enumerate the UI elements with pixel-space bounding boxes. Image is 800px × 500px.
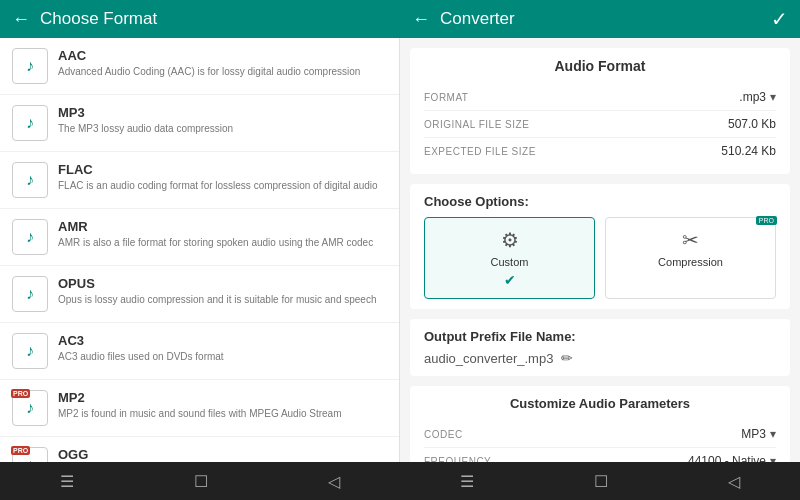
info-label: EXPECTED FILE SIZE xyxy=(424,146,536,157)
format-icon-wrap: PRO ♪ xyxy=(12,390,48,426)
format-name: MP2 xyxy=(58,390,387,405)
custom-option-button[interactable]: ⚙ Custom ✔ xyxy=(424,217,595,299)
left-back-button[interactable]: ← xyxy=(12,9,30,30)
edit-prefix-button[interactable]: ✏ xyxy=(561,350,573,366)
format-desc: AMR is also a file format for storing sp… xyxy=(58,236,387,249)
compression-pro-badge: PRO xyxy=(756,216,777,225)
info-label: FORMAT xyxy=(424,92,468,103)
list-item[interactable]: ♪ FLAC FLAC is an audio coding format fo… xyxy=(0,152,399,209)
compression-option-button[interactable]: PRO ✂ Compression xyxy=(605,217,776,299)
format-name: AMR xyxy=(58,219,387,234)
format-name: OGG xyxy=(58,447,387,462)
back-icon-right[interactable]: ◁ xyxy=(728,472,740,491)
format-name: MP3 xyxy=(58,105,387,120)
info-value: 507.0 Kb xyxy=(728,117,776,131)
music-note-icon: ♪ xyxy=(26,171,34,189)
info-value: 510.24 Kb xyxy=(721,144,776,158)
param-row[interactable]: FREQUENCY 44100 - Native ▾ xyxy=(424,448,776,462)
custom-option-label: Custom xyxy=(491,256,529,268)
format-list: ♪ AAC Advanced Audio Coding (AAC) is for… xyxy=(0,38,400,462)
options-row: ⚙ Custom ✔ PRO ✂ Compression xyxy=(424,217,776,299)
format-desc: Opus is lossy audio compression and it i… xyxy=(58,293,387,306)
format-icon-wrap: ♪ xyxy=(12,48,48,84)
format-text: AAC Advanced Audio Coding (AAC) is for l… xyxy=(58,48,387,78)
menu-icon[interactable]: ☰ xyxy=(60,472,74,491)
format-text: OPUS Opus is lossy audio compression and… xyxy=(58,276,387,306)
list-item[interactable]: PRO ♪ OGG OGG file refers to ogg-vorbis,… xyxy=(0,437,399,462)
music-note-icon: ♪ xyxy=(26,456,34,462)
param-value: 44100 - Native ▾ xyxy=(688,454,776,462)
right-header-title: Converter xyxy=(440,9,761,29)
choose-options-label: Choose Options: xyxy=(424,194,776,209)
info-row[interactable]: FORMAT .mp3 ▾ xyxy=(424,84,776,111)
list-item[interactable]: ♪ OPUS Opus is lossy audio compression a… xyxy=(0,266,399,323)
music-note-icon: ♪ xyxy=(26,57,34,75)
format-icon-wrap: ♪ xyxy=(12,105,48,141)
format-name: OPUS xyxy=(58,276,387,291)
format-icon-wrap: ♪ xyxy=(12,333,48,369)
format-name: AC3 xyxy=(58,333,387,348)
info-label: ORIGINAL FILE SIZE xyxy=(424,119,529,130)
param-dropdown-icon: ▾ xyxy=(770,454,776,462)
format-text: AC3 AC3 audio files used on DVDs format xyxy=(58,333,387,363)
list-item[interactable]: ♪ MP3 The MP3 lossy audio data compressi… xyxy=(0,95,399,152)
home-icon[interactable]: ☐ xyxy=(194,472,208,491)
music-note-icon: ♪ xyxy=(26,228,34,246)
confirm-button[interactable]: ✓ xyxy=(771,7,788,31)
customize-audio-title: Customize Audio Parameters xyxy=(424,396,776,411)
format-desc: Advanced Audio Coding (AAC) is for lossy… xyxy=(58,65,387,78)
format-icon-wrap: ♪ xyxy=(12,162,48,198)
info-value: .mp3 ▾ xyxy=(739,90,776,104)
choose-options-card: Choose Options: ⚙ Custom ✔ PRO ✂ Compres… xyxy=(410,184,790,309)
format-text: MP2 MP2 is found in music and sound file… xyxy=(58,390,387,420)
music-note-icon: ♪ xyxy=(26,285,34,303)
format-text: MP3 The MP3 lossy audio data compression xyxy=(58,105,387,135)
custom-check-icon: ✔ xyxy=(504,272,516,288)
converter-panel: Audio Format FORMAT .mp3 ▾ ORIGINAL FILE… xyxy=(400,38,800,462)
format-icon-wrap: ♪ xyxy=(12,219,48,255)
compress-icon: ✂ xyxy=(682,228,699,252)
param-value: MP3 ▾ xyxy=(741,427,776,441)
info-row: ORIGINAL FILE SIZE 507.0 Kb xyxy=(424,111,776,138)
music-note-icon: ♪ xyxy=(26,114,34,132)
menu-icon-right[interactable]: ☰ xyxy=(460,472,474,491)
format-desc: FLAC is an audio coding format for lossl… xyxy=(58,179,387,192)
param-dropdown-icon: ▾ xyxy=(770,427,776,441)
param-label: CODEC xyxy=(424,429,463,440)
list-item[interactable]: ♪ AAC Advanced Audio Coding (AAC) is for… xyxy=(0,38,399,95)
format-desc: The MP3 lossy audio data compression xyxy=(58,122,387,135)
format-name: AAC xyxy=(58,48,387,63)
left-nav: ☰ ☐ ◁ xyxy=(0,462,400,500)
list-item[interactable]: ♪ AC3 AC3 audio files used on DVDs forma… xyxy=(0,323,399,380)
format-icon-wrap: PRO ♪ xyxy=(12,447,48,462)
left-header-title: Choose Format xyxy=(40,9,388,29)
format-desc: MP2 is found in music and sound files wi… xyxy=(58,407,387,420)
output-prefix-label: Output Prefix File Name: xyxy=(424,329,776,344)
format-icon-wrap: ♪ xyxy=(12,276,48,312)
pro-badge: PRO xyxy=(11,389,30,398)
bottom-nav: ☰ ☐ ◁ ☰ ☐ ◁ xyxy=(0,462,800,500)
format-desc: AC3 audio files used on DVDs format xyxy=(58,350,387,363)
right-back-button[interactable]: ← xyxy=(412,9,430,30)
right-header: ← Converter ✓ xyxy=(400,0,800,38)
customize-audio-card: Customize Audio Parameters CODEC MP3 ▾ F… xyxy=(410,386,790,462)
gear-icon: ⚙ xyxy=(501,228,519,252)
back-icon[interactable]: ◁ xyxy=(328,472,340,491)
format-text: AMR AMR is also a file format for storin… xyxy=(58,219,387,249)
pro-badge: PRO xyxy=(11,446,30,455)
audio-format-title: Audio Format xyxy=(424,58,776,74)
format-text: OGG OGG file refers to ogg-vorbis, a los… xyxy=(58,447,387,462)
output-prefix-card: Output Prefix File Name: audio_converter… xyxy=(410,319,790,376)
list-item[interactable]: PRO ♪ MP2 MP2 is found in music and soun… xyxy=(0,380,399,437)
right-nav: ☰ ☐ ◁ xyxy=(400,462,800,500)
format-text: FLAC FLAC is an audio coding format for … xyxy=(58,162,387,192)
info-row: EXPECTED FILE SIZE 510.24 Kb xyxy=(424,138,776,164)
audio-format-card: Audio Format FORMAT .mp3 ▾ ORIGINAL FILE… xyxy=(410,48,790,174)
left-header: ← Choose Format xyxy=(0,0,400,38)
music-note-icon: ♪ xyxy=(26,399,34,417)
home-icon-right[interactable]: ☐ xyxy=(594,472,608,491)
list-item[interactable]: ♪ AMR AMR is also a file format for stor… xyxy=(0,209,399,266)
format-name: FLAC xyxy=(58,162,387,177)
prefix-value-row: audio_converter_.mp3 ✏ xyxy=(424,350,776,366)
param-row[interactable]: CODEC MP3 ▾ xyxy=(424,421,776,448)
